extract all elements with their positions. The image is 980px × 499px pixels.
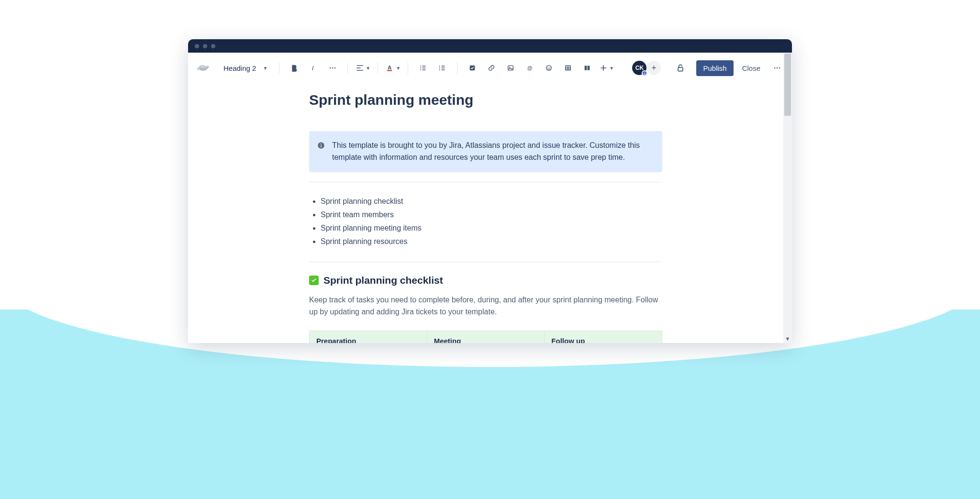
divider [309, 262, 662, 262]
svg-text:B: B [292, 65, 297, 72]
editor-toolbar: Heading 2 ▼ B I ▼ A▼ 123 @ ▼ [188, 53, 792, 83]
scrollbar-thumb[interactable] [784, 54, 791, 116]
more-formatting-button[interactable] [324, 60, 341, 76]
restrictions-button[interactable] [672, 60, 689, 76]
action-item-button[interactable] [464, 60, 480, 76]
numbered-list-button[interactable]: 123 [434, 60, 450, 76]
section-description[interactable]: Keep track of tasks you need to complete… [309, 294, 662, 318]
window-titlebar [188, 39, 792, 53]
browser-window: Heading 2 ▼ B I ▼ A▼ 123 @ ▼ [188, 39, 792, 343]
confluence-logo-icon[interactable] [197, 62, 209, 74]
svg-point-24 [774, 67, 776, 69]
svg-point-18 [547, 67, 548, 68]
svg-rect-22 [588, 66, 590, 70]
vertical-scrollbar[interactable]: ▲ ▼ [783, 53, 792, 343]
svg-text:@: @ [527, 65, 533, 71]
svg-point-9 [421, 69, 422, 70]
table-button[interactable] [560, 60, 576, 76]
toolbar-divider [347, 62, 348, 74]
checklist-table[interactable]: Preparation Meeting Follow up [309, 331, 662, 343]
bullet-list-button[interactable] [415, 60, 431, 76]
info-panel-text: This template is brought to you by Jira,… [332, 140, 653, 164]
divider [309, 182, 662, 182]
toc-item[interactable]: Sprint planning meeting items [321, 222, 662, 235]
publish-button[interactable]: Publish [696, 60, 733, 76]
svg-rect-29 [321, 145, 322, 147]
svg-point-25 [777, 67, 778, 69]
text-style-label: Heading 2 [223, 64, 256, 72]
align-button[interactable]: ▼ [355, 60, 371, 76]
svg-point-19 [549, 67, 550, 68]
scroll-down-arrow-icon[interactable]: ▼ [783, 334, 792, 343]
layouts-button[interactable] [579, 60, 595, 76]
link-button[interactable] [483, 60, 500, 76]
info-panel[interactable]: This template is brought to you by Jira,… [309, 131, 662, 172]
chevron-down-icon: ▼ [609, 66, 614, 71]
image-button[interactable] [502, 60, 519, 76]
window-minimize-dot[interactable] [203, 44, 207, 48]
mention-button[interactable]: @ [522, 60, 538, 76]
toolbar-divider [279, 62, 279, 74]
info-icon [317, 141, 325, 150]
insert-button[interactable]: ▼ [598, 60, 614, 76]
svg-point-3 [332, 67, 334, 69]
toc-item[interactable]: Sprint planning checklist [321, 195, 662, 208]
svg-rect-21 [585, 66, 587, 70]
table-header-row: Preparation Meeting Follow up [310, 331, 662, 343]
chevron-down-icon: ▼ [366, 66, 370, 71]
emoji-button[interactable] [541, 60, 557, 76]
more-actions-button[interactable] [769, 60, 785, 76]
checkmark-icon [309, 276, 319, 285]
avatar-status-badge: c [642, 70, 647, 76]
svg-text:3: 3 [439, 69, 441, 71]
svg-text:I: I [312, 65, 314, 72]
table-header-cell[interactable]: Follow up [545, 331, 662, 343]
svg-point-28 [321, 144, 322, 144]
editor-content-area[interactable]: Sprint planning meeting This template is… [188, 83, 783, 343]
toolbar-divider [378, 62, 378, 74]
svg-point-8 [421, 67, 422, 68]
toc-item[interactable]: Sprint team members [321, 208, 662, 222]
table-header-cell[interactable]: Preparation [310, 331, 427, 343]
bold-button[interactable]: B [286, 60, 302, 76]
section-heading[interactable]: Sprint planning checklist [309, 275, 662, 286]
italic-button[interactable]: I [305, 60, 322, 76]
user-avatar[interactable]: CK c [632, 61, 646, 75]
toolbar-divider [408, 62, 408, 74]
svg-point-26 [779, 67, 780, 69]
svg-point-17 [546, 66, 552, 71]
avatar-initials: CK [635, 65, 644, 71]
svg-point-4 [334, 67, 336, 69]
svg-rect-13 [470, 66, 475, 71]
table-header-cell[interactable]: Meeting [427, 331, 545, 343]
svg-point-2 [330, 67, 331, 69]
toc-item[interactable]: Sprint planning resources [321, 235, 662, 248]
svg-text:A: A [388, 64, 392, 70]
svg-rect-6 [388, 70, 392, 71]
text-style-select[interactable]: Heading 2 ▼ [219, 61, 272, 75]
page-title[interactable]: Sprint planning meeting [309, 92, 662, 108]
section-heading-text: Sprint planning checklist [323, 275, 443, 286]
toolbar-divider [457, 62, 457, 74]
window-zoom-dot[interactable] [211, 44, 215, 48]
window-close-dot[interactable] [195, 44, 199, 48]
text-color-button[interactable]: A▼ [385, 60, 401, 76]
chevron-down-icon: ▼ [396, 66, 401, 71]
svg-rect-23 [678, 67, 683, 71]
chevron-down-icon: ▼ [263, 66, 267, 71]
invite-button[interactable]: + [646, 61, 661, 75]
close-button[interactable]: Close [736, 60, 766, 76]
table-of-contents: Sprint planning checklist Sprint team me… [309, 195, 662, 248]
svg-point-7 [421, 66, 422, 67]
